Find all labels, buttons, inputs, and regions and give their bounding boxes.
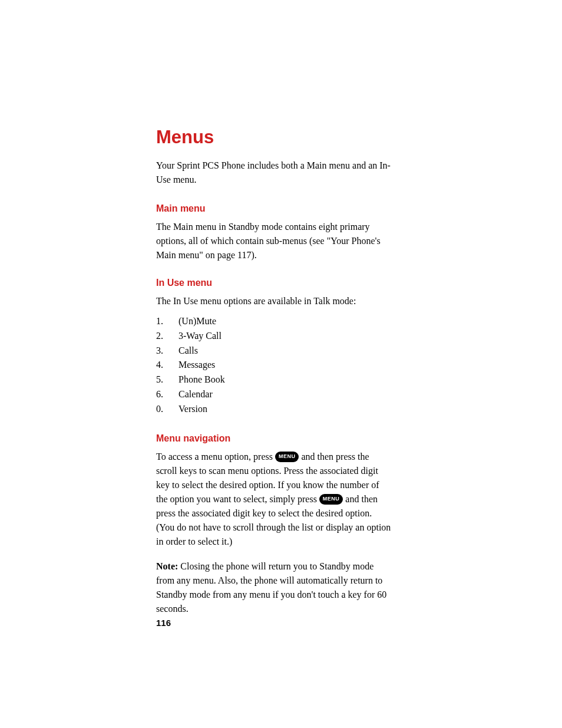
page-title: Menus (156, 127, 392, 148)
menu-button-icon: MENU (275, 452, 299, 462)
list-number: 0. (156, 402, 178, 417)
in-use-menu-intro: The In Use menu options are available in… (156, 294, 392, 308)
list-number: 1. (156, 314, 178, 329)
list-number: 4. (156, 358, 178, 373)
list-item: 6. Calendar (156, 387, 392, 402)
main-menu-heading: Main menu (156, 203, 392, 214)
in-use-menu-heading: In Use menu (156, 278, 392, 288)
menu-navigation-text: To access a menu option, press MENU and … (156, 450, 392, 549)
in-use-menu-list: 1. (Un)Mute 2. 3-Way Call 3. Calls 4. Me… (156, 314, 392, 417)
list-item: 2. 3-Way Call (156, 329, 392, 344)
list-number: 3. (156, 344, 178, 358)
list-label: Messages (178, 358, 215, 373)
note-label: Note: (156, 561, 178, 571)
list-number: 6. (156, 387, 178, 402)
list-label: (Un)Mute (178, 314, 216, 329)
list-item: 5. Phone Book (156, 373, 392, 387)
page-number: 116 (156, 618, 171, 628)
list-item: 0. Version (156, 402, 392, 417)
list-number: 5. (156, 373, 178, 387)
list-item: 1. (Un)Mute (156, 314, 392, 329)
list-label: 3-Way Call (178, 329, 222, 344)
list-item: 4. Messages (156, 358, 392, 373)
list-label: Calendar (178, 387, 213, 402)
note-paragraph: Note: Closing the phone will return you … (156, 559, 392, 616)
list-label: Phone Book (178, 373, 225, 387)
note-body: Closing the phone will return you to Sta… (156, 561, 386, 614)
menu-navigation-heading: Menu navigation (156, 433, 392, 444)
list-item: 3. Calls (156, 344, 392, 358)
list-number: 2. (156, 329, 178, 344)
intro-text: Your Sprint PCS Phone includes both a Ma… (156, 159, 392, 187)
main-menu-text: The Main menu in Standby mode contains e… (156, 220, 392, 262)
list-label: Calls (178, 344, 198, 358)
list-label: Version (178, 402, 207, 417)
nav-text-part1: To access a menu option, press (156, 452, 275, 462)
page-content: Menus Your Sprint PCS Phone includes bot… (156, 127, 392, 616)
menu-button-icon: MENU (319, 494, 343, 505)
